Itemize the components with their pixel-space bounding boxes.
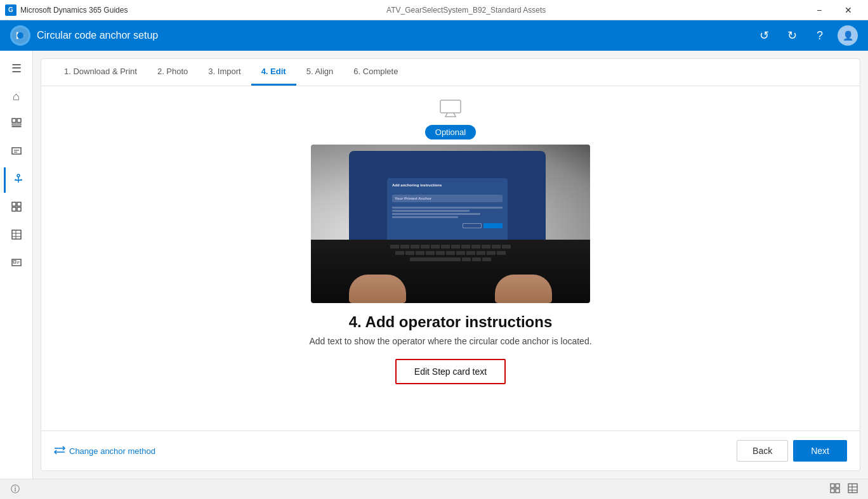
wizard-panel: 1. Download & Print 2. Photo 3. Import 4… bbox=[41, 58, 860, 471]
wizard-content: Optional Add anchoring instructions Your… bbox=[41, 86, 860, 431]
svg-point-9 bbox=[17, 174, 20, 177]
tab-complete[interactable]: 6. Complete bbox=[343, 59, 408, 86]
svg-rect-2 bbox=[12, 119, 16, 122]
main-layout: ☰ ⌂ bbox=[0, 51, 868, 479]
layout-table-icon bbox=[848, 483, 858, 495]
svg-rect-31 bbox=[831, 489, 834, 493]
layout-grid-button[interactable] bbox=[827, 482, 843, 497]
table-icon bbox=[11, 229, 22, 243]
svg-rect-25 bbox=[440, 100, 461, 113]
info-icon: ⓘ bbox=[11, 484, 20, 495]
dialog-buttons bbox=[392, 223, 503, 228]
dialog-confirm bbox=[483, 223, 503, 228]
keyboard bbox=[311, 240, 590, 303]
svg-rect-22 bbox=[13, 261, 16, 263]
edit-step-card-button[interactable]: Edit Step card text bbox=[395, 359, 506, 384]
tab-photo[interactable]: 2. Photo bbox=[147, 59, 198, 86]
app-logo bbox=[10, 25, 30, 46]
status-bar: ⓘ bbox=[0, 479, 868, 499]
layout-table-button[interactable] bbox=[845, 482, 860, 497]
svg-line-26 bbox=[445, 113, 447, 117]
status-right bbox=[827, 482, 860, 497]
wizard-footer: Change anchor method Back Next bbox=[41, 431, 860, 470]
tab-align[interactable]: 5. Align bbox=[296, 59, 344, 86]
grid-icon bbox=[11, 201, 22, 216]
tab-edit[interactable]: 4. Edit bbox=[251, 59, 296, 86]
titlebar-left: G Microsoft Dynamics 365 Guides bbox=[5, 4, 128, 16]
laptop-image: Add anchoring instructions Your Printed … bbox=[311, 145, 590, 303]
svg-rect-3 bbox=[17, 119, 21, 122]
svg-rect-33 bbox=[848, 484, 857, 493]
step-icon bbox=[11, 145, 22, 160]
window-controls[interactable]: − ✕ bbox=[805, 0, 863, 20]
undo-button[interactable]: ↺ bbox=[754, 25, 774, 46]
minimize-button[interactable]: − bbox=[805, 0, 834, 20]
svg-rect-15 bbox=[12, 207, 16, 211]
sidebar: ☰ ⌂ bbox=[0, 51, 33, 479]
sidebar-home[interactable]: ⌂ bbox=[4, 84, 29, 109]
home-icon: ⌂ bbox=[13, 90, 20, 103]
dialog-cancel bbox=[463, 223, 482, 228]
header-right: ↺ ↻ ? 👤 bbox=[754, 25, 858, 46]
back-button[interactable]: Back bbox=[737, 440, 788, 462]
app-name: Microsoft Dynamics 365 Guides bbox=[20, 6, 128, 15]
sidebar-step[interactable] bbox=[4, 139, 29, 165]
outline-icon bbox=[11, 117, 22, 132]
info-button[interactable]: ⓘ bbox=[8, 482, 23, 497]
svg-point-1 bbox=[17, 32, 23, 39]
app-title: Circular code anchor setup bbox=[37, 30, 158, 41]
next-button[interactable]: Next bbox=[793, 440, 847, 462]
close-button[interactable]: ✕ bbox=[834, 0, 863, 20]
svg-line-27 bbox=[454, 113, 456, 117]
svg-rect-6 bbox=[12, 148, 21, 154]
tab-download[interactable]: 1. Download & Print bbox=[54, 59, 147, 86]
media-icon bbox=[11, 257, 22, 271]
sidebar-outline[interactable] bbox=[4, 112, 29, 137]
anchor-icon bbox=[13, 173, 24, 188]
dialog-content bbox=[392, 207, 503, 218]
screen-dialog: Add anchoring instructions Your Printed … bbox=[387, 178, 508, 248]
redo-button[interactable]: ↻ bbox=[782, 25, 802, 46]
layout-grid-icon bbox=[830, 483, 840, 495]
svg-rect-17 bbox=[12, 230, 21, 239]
sidebar-table[interactable] bbox=[4, 223, 29, 249]
svg-rect-5 bbox=[12, 126, 21, 127]
change-anchor-button[interactable]: Change anchor method bbox=[54, 446, 155, 457]
tab-bar: 1. Download & Print 2. Photo 3. Import 4… bbox=[41, 59, 860, 86]
step-description: Add text to show the operator where the … bbox=[309, 336, 591, 346]
svg-rect-32 bbox=[836, 489, 839, 493]
content-area: 1. Download & Print 2. Photo 3. Import 4… bbox=[33, 51, 868, 479]
svg-rect-16 bbox=[17, 207, 21, 211]
help-button[interactable]: ? bbox=[810, 25, 830, 46]
optional-badge: Optional bbox=[425, 125, 476, 139]
step-heading: 4. Add operator instructions bbox=[349, 313, 552, 331]
header-left: Circular code anchor setup bbox=[10, 25, 158, 46]
avatar[interactable]: 👤 bbox=[838, 25, 858, 46]
dialog-title: Add anchoring instructions bbox=[392, 183, 503, 187]
svg-rect-29 bbox=[831, 484, 834, 488]
hamburger-icon: ☰ bbox=[11, 62, 22, 75]
status-left: ⓘ bbox=[8, 482, 23, 497]
sidebar-grid[interactable] bbox=[4, 195, 29, 221]
monitor-icon bbox=[439, 99, 462, 122]
svg-rect-30 bbox=[836, 484, 839, 488]
change-anchor-icon bbox=[54, 446, 65, 457]
svg-rect-14 bbox=[17, 202, 21, 206]
sidebar-hamburger[interactable]: ☰ bbox=[4, 56, 29, 81]
svg-rect-4 bbox=[12, 124, 21, 125]
footer-actions: Back Next bbox=[737, 440, 847, 462]
file-name: ATV_GearSelectSystem_B92_Standard Assets bbox=[386, 6, 546, 15]
app-header: Circular code anchor setup ↺ ↻ ? 👤 bbox=[0, 20, 868, 51]
app-logo-small: G bbox=[5, 4, 16, 16]
svg-rect-13 bbox=[12, 202, 16, 206]
sidebar-anchor[interactable] bbox=[4, 167, 31, 193]
titlebar: G Microsoft Dynamics 365 Guides ATV_Gear… bbox=[0, 0, 868, 20]
sidebar-media[interactable] bbox=[4, 251, 29, 276]
tab-import[interactable]: 3. Import bbox=[198, 59, 251, 86]
